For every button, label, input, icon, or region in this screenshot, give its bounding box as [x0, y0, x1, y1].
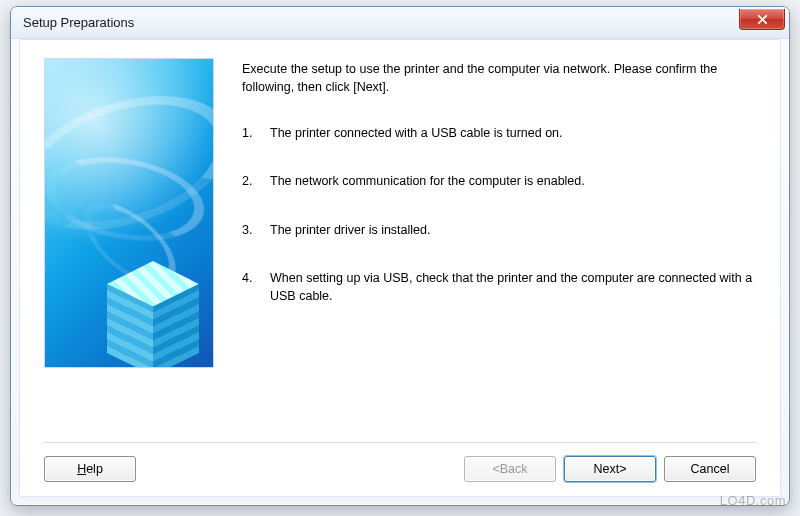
close-icon [757, 14, 768, 25]
back-button: <Back [464, 456, 556, 482]
help-label-rest: elp [86, 462, 103, 476]
window-title: Setup Preparations [23, 15, 134, 30]
step-text: The printer driver is installed. [270, 221, 430, 239]
button-row: Help <Back Next> Cancel [44, 456, 756, 482]
instruction-text: Execute the setup to use the printer and… [242, 58, 756, 442]
content-row: Execute the setup to use the printer and… [44, 58, 756, 442]
next-button[interactable]: Next> [564, 456, 656, 482]
list-item: When setting up via USB, check that the … [242, 269, 756, 305]
cancel-button[interactable]: Cancel [664, 456, 756, 482]
step-text: The network communication for the comput… [270, 172, 585, 190]
client-area: Execute the setup to use the printer and… [19, 39, 781, 497]
titlebar[interactable]: Setup Preparations [11, 7, 789, 39]
list-item: The network communication for the comput… [242, 172, 756, 190]
step-list: The printer connected with a USB cable i… [242, 124, 756, 305]
intro-text: Execute the setup to use the printer and… [242, 60, 756, 96]
help-button[interactable]: Help [44, 456, 136, 482]
list-item: The printer driver is installed. [242, 221, 756, 239]
close-button[interactable] [739, 9, 785, 30]
step-text: The printer connected with a USB cable i… [270, 124, 563, 142]
separator [44, 442, 756, 444]
list-item: The printer connected with a USB cable i… [242, 124, 756, 142]
dialog-window: Setup Preparations Execute the setup to … [10, 6, 790, 506]
graphic-cube-icon [107, 261, 199, 353]
wizard-side-graphic [44, 58, 214, 368]
step-text: When setting up via USB, check that the … [270, 269, 756, 305]
